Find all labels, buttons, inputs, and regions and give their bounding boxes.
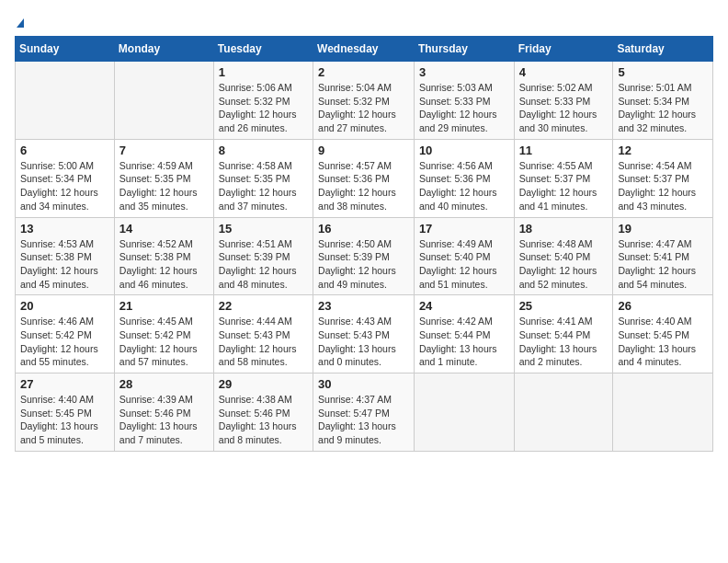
calendar-cell: 4Sunrise: 5:02 AMSunset: 5:33 PMDaylight…: [514, 62, 613, 140]
days-of-week-row: SundayMondayTuesdayWednesdayThursdayFrid…: [16, 37, 713, 62]
calendar-cell: 17Sunrise: 4:49 AMSunset: 5:40 PMDayligh…: [414, 217, 514, 295]
day-info: Sunrise: 4:45 AMSunset: 5:42 PMDaylight:…: [119, 315, 209, 369]
day-info: Sunrise: 4:44 AMSunset: 5:43 PMDaylight:…: [219, 315, 308, 369]
logo-icon: [17, 18, 24, 28]
calendar-cell: [514, 373, 613, 452]
day-info: Sunrise: 4:54 AMSunset: 5:37 PMDaylight:…: [618, 159, 708, 213]
calendar-cell: 15Sunrise: 4:51 AMSunset: 5:39 PMDayligh…: [213, 217, 313, 295]
day-number: 29: [219, 377, 308, 391]
calendar-cell: 21Sunrise: 4:45 AMSunset: 5:42 PMDayligh…: [114, 295, 213, 373]
day-number: 21: [119, 299, 209, 313]
day-of-week-header: Friday: [514, 37, 613, 62]
day-number: 5: [618, 65, 708, 79]
calendar-table: SundayMondayTuesdayWednesdayThursdayFrid…: [15, 36, 713, 452]
day-number: 1: [219, 65, 308, 79]
calendar-cell: 18Sunrise: 4:48 AMSunset: 5:40 PMDayligh…: [514, 217, 613, 295]
day-info: Sunrise: 4:47 AMSunset: 5:41 PMDaylight:…: [618, 237, 708, 292]
day-info: Sunrise: 4:37 AMSunset: 5:47 PMDaylight:…: [318, 393, 409, 447]
day-info: Sunrise: 5:04 AMSunset: 5:32 PMDaylight:…: [318, 81, 409, 135]
calendar-cell: 3Sunrise: 5:03 AMSunset: 5:33 PMDaylight…: [414, 62, 514, 140]
calendar-cell: 5Sunrise: 5:01 AMSunset: 5:34 PMDaylight…: [613, 62, 713, 140]
header: [15, 15, 713, 29]
day-number: 13: [20, 222, 109, 236]
day-number: 10: [419, 144, 509, 157]
day-number: 24: [419, 299, 509, 313]
calendar-cell: 27Sunrise: 4:40 AMSunset: 5:45 PMDayligh…: [16, 373, 115, 452]
day-number: 17: [419, 222, 509, 236]
day-info: Sunrise: 4:40 AMSunset: 5:45 PMDaylight:…: [618, 315, 708, 369]
day-of-week-header: Thursday: [414, 37, 514, 62]
calendar-cell: [114, 62, 213, 140]
day-number: 19: [618, 222, 708, 236]
day-number: 30: [318, 377, 409, 391]
calendar-cell: [16, 62, 115, 140]
day-info: Sunrise: 5:06 AMSunset: 5:32 PMDaylight:…: [219, 81, 308, 135]
calendar-cell: 11Sunrise: 4:55 AMSunset: 5:37 PMDayligh…: [514, 139, 613, 217]
day-info: Sunrise: 4:56 AMSunset: 5:36 PMDaylight:…: [419, 159, 509, 213]
day-of-week-header: Saturday: [613, 37, 713, 62]
calendar-cell: 14Sunrise: 4:52 AMSunset: 5:38 PMDayligh…: [114, 217, 213, 295]
day-number: 26: [618, 299, 708, 313]
calendar-cell: 26Sunrise: 4:40 AMSunset: 5:45 PMDayligh…: [613, 295, 713, 373]
calendar-week-row: 6Sunrise: 5:00 AMSunset: 5:34 PMDaylight…: [16, 139, 713, 217]
day-number: 3: [419, 65, 509, 79]
day-number: 14: [119, 222, 209, 236]
calendar-cell: 25Sunrise: 4:41 AMSunset: 5:44 PMDayligh…: [514, 295, 613, 373]
day-of-week-header: Tuesday: [213, 37, 313, 62]
day-number: 2: [318, 65, 409, 79]
calendar-cell: [613, 373, 713, 452]
day-number: 18: [519, 222, 609, 236]
day-info: Sunrise: 4:41 AMSunset: 5:44 PMDaylight:…: [519, 315, 609, 369]
calendar-cell: 12Sunrise: 4:54 AMSunset: 5:37 PMDayligh…: [613, 139, 713, 217]
calendar-cell: 8Sunrise: 4:58 AMSunset: 5:35 PMDaylight…: [213, 139, 313, 217]
day-number: 16: [318, 222, 409, 236]
day-number: 15: [219, 222, 308, 236]
calendar-cell: 2Sunrise: 5:04 AMSunset: 5:32 PMDaylight…: [313, 62, 415, 140]
day-number: 7: [119, 144, 209, 157]
calendar-cell: 28Sunrise: 4:39 AMSunset: 5:46 PMDayligh…: [114, 373, 213, 452]
day-info: Sunrise: 4:38 AMSunset: 5:46 PMDaylight:…: [219, 393, 308, 447]
calendar-cell: 30Sunrise: 4:37 AMSunset: 5:47 PMDayligh…: [313, 373, 415, 452]
logo: [15, 15, 24, 29]
day-of-week-header: Wednesday: [313, 37, 415, 62]
calendar-cell: 23Sunrise: 4:43 AMSunset: 5:43 PMDayligh…: [313, 295, 415, 373]
day-number: 9: [318, 144, 409, 157]
day-info: Sunrise: 4:43 AMSunset: 5:43 PMDaylight:…: [318, 315, 409, 369]
day-number: 12: [618, 144, 708, 157]
day-number: 28: [119, 377, 209, 391]
calendar-week-row: 1Sunrise: 5:06 AMSunset: 5:32 PMDaylight…: [16, 62, 713, 140]
calendar-cell: 9Sunrise: 4:57 AMSunset: 5:36 PMDaylight…: [313, 139, 415, 217]
day-info: Sunrise: 4:51 AMSunset: 5:39 PMDaylight:…: [219, 237, 308, 292]
day-number: 23: [318, 299, 409, 313]
day-number: 8: [219, 144, 308, 157]
calendar-cell: 24Sunrise: 4:42 AMSunset: 5:44 PMDayligh…: [414, 295, 514, 373]
calendar-cell: 29Sunrise: 4:38 AMSunset: 5:46 PMDayligh…: [213, 373, 313, 452]
day-info: Sunrise: 4:52 AMSunset: 5:38 PMDaylight:…: [119, 237, 209, 292]
day-number: 27: [20, 377, 109, 391]
day-info: Sunrise: 4:39 AMSunset: 5:46 PMDaylight:…: [119, 393, 209, 447]
day-info: Sunrise: 4:42 AMSunset: 5:44 PMDaylight:…: [419, 315, 509, 369]
day-number: 25: [519, 299, 609, 313]
day-number: 4: [519, 65, 609, 79]
day-info: Sunrise: 4:59 AMSunset: 5:35 PMDaylight:…: [119, 159, 209, 213]
calendar-cell: 22Sunrise: 4:44 AMSunset: 5:43 PMDayligh…: [213, 295, 313, 373]
day-info: Sunrise: 5:00 AMSunset: 5:34 PMDaylight:…: [20, 159, 109, 213]
calendar-week-row: 20Sunrise: 4:46 AMSunset: 5:42 PMDayligh…: [16, 295, 713, 373]
day-of-week-header: Sunday: [16, 37, 115, 62]
day-of-week-header: Monday: [114, 37, 213, 62]
calendar-cell: [414, 373, 514, 452]
day-info: Sunrise: 5:03 AMSunset: 5:33 PMDaylight:…: [419, 81, 509, 135]
day-info: Sunrise: 4:57 AMSunset: 5:36 PMDaylight:…: [318, 159, 409, 213]
day-info: Sunrise: 4:49 AMSunset: 5:40 PMDaylight:…: [419, 237, 509, 292]
day-info: Sunrise: 5:01 AMSunset: 5:34 PMDaylight:…: [618, 81, 708, 135]
day-info: Sunrise: 4:55 AMSunset: 5:37 PMDaylight:…: [519, 159, 609, 213]
calendar-cell: 10Sunrise: 4:56 AMSunset: 5:36 PMDayligh…: [414, 139, 514, 217]
day-info: Sunrise: 4:53 AMSunset: 5:38 PMDaylight:…: [20, 237, 109, 292]
day-info: Sunrise: 4:50 AMSunset: 5:39 PMDaylight:…: [318, 237, 409, 292]
day-info: Sunrise: 4:58 AMSunset: 5:35 PMDaylight:…: [219, 159, 308, 213]
calendar-cell: 19Sunrise: 4:47 AMSunset: 5:41 PMDayligh…: [613, 217, 713, 295]
day-number: 11: [519, 144, 609, 157]
calendar-cell: 13Sunrise: 4:53 AMSunset: 5:38 PMDayligh…: [16, 217, 115, 295]
calendar-cell: 20Sunrise: 4:46 AMSunset: 5:42 PMDayligh…: [16, 295, 115, 373]
day-info: Sunrise: 4:40 AMSunset: 5:45 PMDaylight:…: [20, 393, 109, 447]
